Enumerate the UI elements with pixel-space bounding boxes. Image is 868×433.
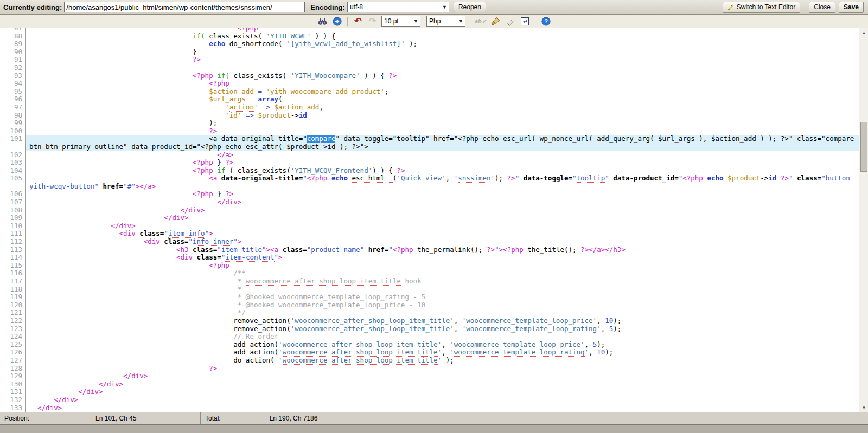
save-button[interactable]: Save	[839, 2, 864, 13]
line-number: 108	[0, 206, 26, 215]
code-row[interactable]: 102 </a>	[0, 151, 859, 159]
code-row[interactable]: 100 ?>	[0, 127, 859, 135]
code-row[interactable]: 132 </div>	[0, 396, 859, 404]
code-row[interactable]: 123 remove_action('woocommerce_after_sho…	[0, 325, 859, 333]
code-row[interactable]: 131 </div>	[0, 388, 859, 396]
help-button[interactable]: ?	[540, 16, 552, 27]
spellcheck-button[interactable]: ab✓	[475, 16, 487, 27]
code-row[interactable]: 111 <div class="item-info">	[0, 230, 859, 238]
line-number: 130	[0, 380, 26, 389]
code-row[interactable]: 99 );	[0, 119, 859, 127]
code-row[interactable]: 119 * @hooked woocommerce_template_loop_…	[0, 293, 859, 301]
code-row[interactable]: 88 if( class_exists( 'YITH_WCWL' ) ) {	[0, 33, 859, 41]
code-row[interactable]: 98 'id' => $product->id	[0, 112, 859, 120]
code-line: remove_action('woocommerce_after_shop_lo…	[26, 317, 859, 325]
code-row[interactable]: 87 <?php	[0, 28, 859, 33]
spellcheck-icon: ab✓	[475, 18, 487, 25]
status-bar: Position: Ln 101, Ch 45 Total: Ln 190, C…	[0, 412, 868, 424]
code-row[interactable]: 121 */	[0, 309, 859, 317]
syntax-select[interactable]: Php ▼	[426, 16, 465, 27]
code-row[interactable]: 103 <?php } ?>	[0, 159, 859, 167]
code-row[interactable]: 125 add_action('woocommerce_after_shop_l…	[0, 341, 859, 349]
line-number: 113	[0, 246, 26, 254]
redo-button[interactable]: ↷	[367, 16, 379, 27]
code-row[interactable]: 127 do_action( 'woocommerce_after_shop_l…	[0, 357, 859, 365]
switch-to-text-editor-button[interactable]: Switch to Text Editor	[723, 2, 801, 13]
highlight-button[interactable]	[489, 16, 501, 27]
code-line: do_action( 'woocommerce_after_shop_loop_…	[26, 357, 859, 365]
code-row[interactable]: 106 <?php } ?>	[0, 190, 859, 198]
line-number: 132	[0, 396, 26, 404]
code-row[interactable]: 95 $action_add = 'yith-woocompare-add-pr…	[0, 88, 859, 96]
code-row[interactable]: 122 remove_action('woocommerce_after_sho…	[0, 317, 859, 325]
code-line: yith-wcqv-button" href="#"></a>	[26, 183, 859, 191]
undo-button[interactable]: ↶	[352, 16, 364, 27]
code-row[interactable]: 113 <h3 class="item-title"><a class="pro…	[0, 246, 859, 254]
line-number: 116	[0, 269, 26, 277]
code-row[interactable]: yith-wcqv-button" href="#"></a>	[0, 183, 859, 191]
code-row[interactable]: 126 add_action('woocommerce_after_shop_l…	[0, 348, 859, 357]
file-path-input[interactable]	[64, 2, 305, 12]
code-row[interactable]: 133 </div>	[0, 404, 859, 412]
line-number: 123	[0, 325, 26, 333]
code-row[interactable]: 118 *	[0, 286, 859, 294]
code-row[interactable]: 101 <a data-original-title="compare" dat…	[0, 135, 859, 143]
word-wrap-button[interactable]	[519, 16, 531, 27]
code-row[interactable]: 109 </div>	[0, 214, 859, 222]
code-line: /**	[26, 269, 859, 277]
code-editor[interactable]: 87 <?php88 if( class_exists( 'YITH_WCWL'…	[0, 28, 868, 412]
line-number: 121	[0, 309, 26, 317]
code-row[interactable]: 89 echo do_shortcode( '[yith_wcwl_add_to…	[0, 40, 859, 48]
code-line: remove_action('woocommerce_after_shop_lo…	[26, 325, 859, 333]
code-row[interactable]: 116 /**	[0, 269, 859, 277]
code-row[interactable]: 117 * woocommerce_after_shop_loop_item_t…	[0, 277, 859, 286]
code-row[interactable]: 92	[0, 64, 859, 72]
code-row[interactable]: 115 <?php	[0, 262, 859, 270]
eraser-icon	[506, 17, 515, 26]
scroll-down-button[interactable]: ▼	[859, 403, 868, 412]
code-row[interactable]: 129 </div>	[0, 372, 859, 380]
line-number: 95	[0, 88, 26, 96]
code-row[interactable]: 97 'action' => $action_add,	[0, 104, 859, 112]
line-number: 131	[0, 388, 26, 396]
code-row[interactable]: 91 ?>	[0, 56, 859, 64]
reopen-button[interactable]: Reopen	[454, 2, 486, 12]
code-row[interactable]: 96 $url_args = array(	[0, 95, 859, 104]
code-row[interactable]: 128 ?>	[0, 365, 859, 373]
font-size-select[interactable]: 10 pt ▼	[381, 16, 420, 27]
code-row[interactable]: 108 </div>	[0, 206, 859, 215]
code-row[interactable]: 93 <?php if( class_exists( 'YITH_Woocomp…	[0, 72, 859, 80]
bottom-filler	[0, 424, 868, 433]
code-line: * woocommerce_after_shop_loop_item_title…	[26, 277, 859, 286]
scrollbar-thumb[interactable]	[860, 122, 867, 172]
code-row[interactable]: 120 * @hooked woocommerce_template_loop_…	[0, 301, 859, 309]
code-line: <h3 class="item-title"><a class="product…	[26, 246, 859, 254]
scroll-up-button[interactable]: ▲	[859, 28, 868, 37]
code-row[interactable]: 104 <?php if ( class_exists('YITH_WCQV_F…	[0, 167, 859, 175]
line-number: 109	[0, 214, 26, 222]
code-row[interactable]: 94 <?php	[0, 80, 859, 88]
vertical-scrollbar[interactable]: ▲ ▼	[859, 28, 868, 412]
line-number	[0, 143, 26, 151]
svg-text:?: ?	[544, 18, 548, 24]
code-line: <?php if ( class_exists('YITH_WCQV_Front…	[26, 167, 859, 175]
code-row[interactable]: 105 <a data-original-title="<?php echo e…	[0, 175, 859, 183]
code-line: 'action' => $action_add,	[26, 104, 859, 112]
clear-highlight-button[interactable]	[504, 16, 516, 27]
goto-line-button[interactable]	[331, 16, 343, 27]
encoding-select[interactable]: utf-8 ▼	[347, 2, 449, 12]
code-line: <a data-original-title="compare" data-to…	[26, 135, 859, 143]
code-rows[interactable]: 87 <?php88 if( class_exists( 'YITH_WCWL'…	[0, 28, 859, 412]
code-row[interactable]: 114 <div class="item-content">	[0, 254, 859, 262]
code-row[interactable]: 90 }	[0, 48, 859, 56]
code-row[interactable]: 107 </div>	[0, 198, 859, 206]
code-row[interactable]: 110 </div>	[0, 222, 859, 230]
code-row[interactable]: 130 </div>	[0, 380, 859, 389]
close-button[interactable]: Close	[809, 2, 835, 13]
total-value: Ln 190, Ch 7186	[270, 415, 318, 422]
currently-editing-label: Currently editing:	[3, 3, 62, 11]
code-row[interactable]: btn btn-primary-outline" data-product_id…	[0, 143, 859, 151]
code-row[interactable]: 124 // Re-order	[0, 333, 859, 341]
code-row[interactable]: 112 <div class="info-inner">	[0, 238, 859, 246]
find-button[interactable]	[316, 16, 328, 27]
